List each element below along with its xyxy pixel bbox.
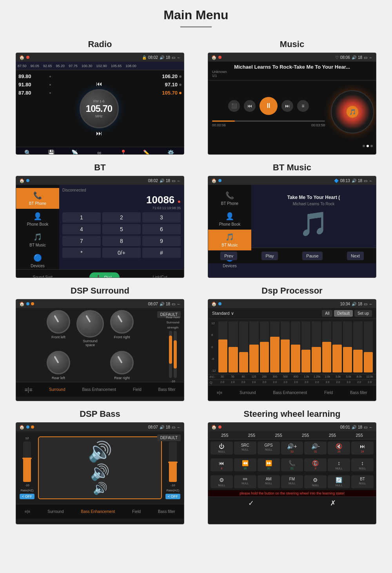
steer-settings-btn[interactable]: ⚙ NULL (211, 475, 233, 488)
edit-btn[interactable]: ✏️Edit (143, 150, 150, 155)
prev-icon[interactable]: ⏮ (96, 80, 102, 88)
steer-extra-btn[interactable]: ↕ NULL (351, 458, 374, 471)
left-off-btn[interactable]: < OFF (20, 494, 34, 499)
steer-am-btn[interactable]: AM NULL (258, 475, 280, 488)
dspproc-preset[interactable]: Standard ∨ (212, 311, 234, 316)
all-btn[interactable]: All (322, 310, 332, 317)
link-cut-btn[interactable]: Link/Cut (153, 275, 167, 278)
bass-enhance-btn[interactable]: Bass Enhancement (81, 509, 115, 514)
home-icon[interactable]: 🏠 (19, 301, 25, 307)
home-icon[interactable]: 🏠 (211, 178, 217, 183)
play-pause-btn[interactable]: ⏸ (260, 97, 278, 115)
back-icon[interactable]: ← (369, 55, 373, 60)
eq-bar-8[interactable] (291, 321, 300, 372)
surround-btn[interactable]: Surround (47, 509, 64, 514)
surround-btn[interactable]: Surround (240, 391, 256, 395)
eq-bar-13[interactable] (343, 321, 352, 372)
steer-call-btn[interactable]: 📞 21 (281, 458, 303, 471)
steer-next-btn[interactable]: ⏭ 24 (351, 442, 374, 454)
key-4[interactable]: 4 (62, 224, 101, 234)
playlist-btn[interactable]: ≡ (297, 100, 309, 112)
steer-src-btn[interactable]: SRC NULL (234, 442, 256, 454)
steer-mute-btn[interactable]: 🔇 26 (328, 442, 350, 454)
prev-btn[interactable]: Prev (220, 252, 237, 260)
eq-bar-5[interactable] (260, 321, 269, 372)
eq-icon-btn[interactable]: ≡|≡ (217, 391, 222, 395)
sidebar-phone-book[interactable]: 👤 Phone Book (16, 209, 59, 230)
stereo-btn[interactable]: ∞Stereo (94, 150, 104, 155)
preset-r2[interactable]: 97.10 (147, 82, 181, 88)
steer-fm-btn[interactable]: FM NULL (281, 475, 303, 488)
home-icon[interactable]: 🏠 (19, 425, 25, 430)
back-icon[interactable]: ← (177, 302, 181, 306)
back-icon[interactable]: ← (369, 179, 373, 183)
key-hash[interactable]: # (142, 248, 181, 258)
steer-power-btn[interactable]: ⏻ NULL (211, 442, 233, 454)
sidebar-btphone[interactable]: 📞 BT Phone (208, 188, 251, 209)
eq-bar-1[interactable] (218, 321, 228, 372)
field-btn[interactable]: Field (132, 509, 141, 514)
steer-mode-btn[interactable]: ↕ NULL (328, 458, 350, 471)
fader-track-1[interactable] (169, 331, 172, 378)
eq-bar-12[interactable] (332, 321, 342, 372)
rl-knob[interactable] (47, 351, 70, 374)
steer-rew-btn[interactable]: ⏪ 38 (234, 458, 256, 471)
steer-ff-btn[interactable]: ⏩ 30 (258, 458, 280, 471)
key-star[interactable]: * (62, 248, 101, 258)
confirm-btn[interactable]: ✓ (248, 499, 254, 507)
ss-knob[interactable] (76, 310, 104, 338)
bass-filter-btn[interactable]: Bass filter (158, 387, 176, 392)
eq-bar-15[interactable] (364, 321, 373, 372)
eq-bar-6[interactable] (270, 321, 279, 372)
back-icon[interactable]: ← (369, 302, 373, 306)
steer-vol-down-btn[interactable]: 🔊- 31 (304, 442, 327, 454)
sidebar-devices[interactable]: 🔵 Devices (16, 250, 59, 271)
key-3[interactable]: 3 (142, 212, 181, 223)
screen-cast-btn[interactable]: ⬛ (228, 100, 240, 112)
next-btn[interactable]: Next (347, 252, 364, 260)
key-1[interactable]: 1 (62, 212, 101, 223)
home-icon[interactable]: 🏠 (19, 55, 25, 60)
preset-2[interactable]: 91.80 (18, 82, 51, 88)
fader-track-2[interactable] (174, 331, 177, 378)
preset-r1[interactable]: 106.20 (147, 73, 181, 79)
right-fader-track[interactable] (169, 442, 177, 482)
preset-1[interactable]: 89.80 (18, 73, 51, 79)
progress-bar[interactable] (212, 120, 325, 122)
steer-vol-up-btn[interactable]: 🔊+ 33 (281, 442, 303, 454)
sidebar-bt-music[interactable]: 🎵 BT Music (16, 230, 59, 250)
eq-btn[interactable]: ≡|≡ (24, 387, 32, 393)
save-btn[interactable]: 💾Save (47, 150, 54, 155)
key-7[interactable]: 7 (62, 236, 101, 246)
home-icon[interactable]: 🏠 (211, 301, 217, 307)
home-icon[interactable]: 🏠 (211, 425, 217, 430)
eq-bar-4[interactable] (249, 321, 259, 372)
sidebar-bt-phone[interactable]: 📞 BT Phone (16, 188, 59, 209)
back-icon[interactable]: ← (177, 179, 181, 183)
key-8[interactable]: 8 (102, 236, 141, 246)
heart-icon[interactable]: ♡ (335, 55, 339, 60)
loc-btn[interactable]: 📍Loc (120, 150, 127, 155)
sidebar-phonebook[interactable]: 👤 Phone Book (208, 209, 251, 230)
surround-btn[interactable]: Surround (49, 387, 65, 392)
steer-hangup-btn[interactable]: 📵 6 (304, 458, 327, 471)
sound-switch-btn[interactable]: Sound Swit... (33, 275, 56, 278)
setting-btn[interactable]: ⚙️Setting (166, 150, 176, 155)
fr-knob[interactable] (110, 310, 134, 334)
steer-eq-btn[interactable]: ⚙ NULL (304, 475, 327, 488)
right-off-btn[interactable]: < OFF (165, 494, 180, 499)
default-btn[interactable]: Default (334, 310, 353, 317)
eq-bar-9[interactable] (301, 321, 311, 372)
back-icon[interactable]: ← (177, 425, 181, 429)
eq-bar-14[interactable] (353, 321, 363, 372)
eq-bar-2[interactable] (229, 321, 238, 372)
key-0[interactable]: 0/+ (102, 248, 141, 258)
back-icon[interactable]: ← (369, 425, 373, 429)
eq-bar-11[interactable] (322, 321, 332, 372)
key-2[interactable]: 2 (102, 212, 141, 223)
prev-btn[interactable]: ⏮ (244, 100, 256, 112)
left-fader-track[interactable] (23, 442, 31, 482)
bass-filter-btn[interactable]: Bass filter (158, 509, 175, 514)
field-btn[interactable]: Field (133, 387, 142, 392)
home-icon[interactable]: 🏠 (211, 55, 217, 60)
